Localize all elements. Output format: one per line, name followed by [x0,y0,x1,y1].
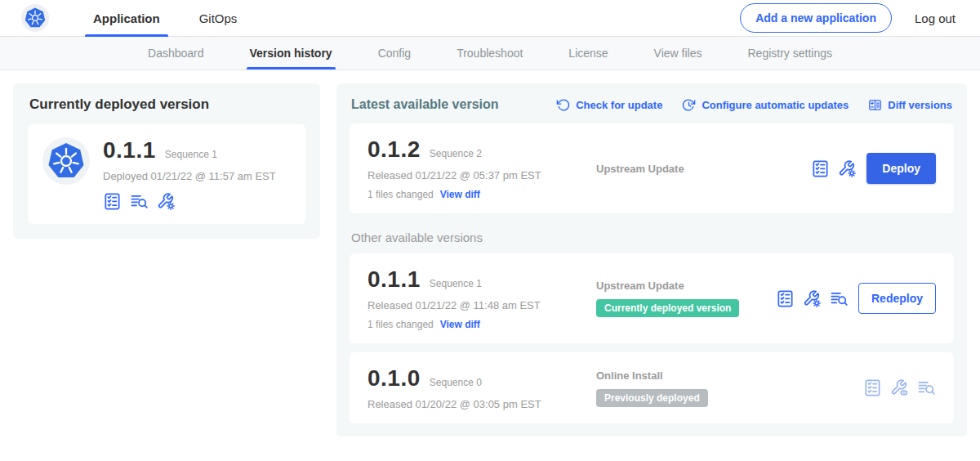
deployed-card-actions [103,192,276,211]
deploy-button[interactable]: Deploy [866,153,936,184]
source-label: Online Install [596,369,863,382]
row-actions [811,159,857,178]
currently-deployed-card: Currently deployed version 0.1.1 Sequenc… [13,83,320,239]
diff-versions-label: Diff versions [888,99,952,111]
panel-header: Latest available version Check for updat… [350,93,954,114]
deployed-timestamp: Deployed 01/21/22 @ 11:57 am EST [103,170,276,182]
version-row: 0.1.1 Sequence 1 Released 01/21/22 @ 11:… [350,253,954,343]
config-gear-icon[interactable] [803,289,822,308]
latest-version-list: 0.1.2 Sequence 2 Released 01/21/22 @ 05:… [350,123,954,213]
status-badge: Previously deployed [596,389,708,407]
redeploy-button[interactable]: Redeploy [858,283,936,314]
deployed-version-card: 0.1.1 Sequence 1 Deployed 01/21/22 @ 11:… [28,124,305,224]
sequence-label: Sequence 0 [430,377,482,388]
other-versions-title: Other available versions [351,230,952,244]
logs-icon[interactable] [917,378,936,397]
source-label: Upstream Update [596,163,811,175]
latest-version-panel: Latest available version Check for updat… [336,83,967,436]
logs-icon[interactable] [130,192,149,211]
header-tabs: ApplicationGitOps [74,0,256,37]
released-timestamp: Released 01/21/22 @ 11:48 am EST [368,299,596,311]
header-right: Add a new application Log out [740,3,956,33]
app-icon [42,137,90,185]
subnav-item-version-history[interactable]: Version history [250,37,332,69]
version-row: 0.1.0 Sequence 0 Released 01/20/22 @ 03:… [350,352,954,423]
config-eye-icon[interactable] [890,378,909,397]
preflight-icon[interactable] [811,159,830,178]
version-number: 0.1.1 [103,137,156,163]
main-content: Currently deployed version 0.1.1 Sequenc… [0,70,980,450]
config-gear-icon[interactable] [838,159,857,178]
subnav: DashboardVersion historyConfigTroublesho… [0,37,980,70]
version-number: 0.1.1 [368,266,421,293]
logs-icon[interactable] [830,289,849,308]
add-application-button[interactable]: Add a new application [740,3,892,33]
sequence-label: Sequence 1 [165,149,217,160]
kubernetes-logo-icon [21,4,49,32]
source-label: Upstream Update [596,280,776,292]
preflight-icon[interactable] [863,378,882,397]
row-actions [863,378,936,397]
subnav-item-view-files[interactable]: View files [654,37,702,69]
released-timestamp: Released 01/21/22 @ 05:37 pm EST [368,169,596,181]
tab-gitops[interactable]: GitOps [180,0,257,37]
sequence-label: Sequence 1 [430,278,482,289]
subnav-item-config[interactable]: Config [378,37,411,69]
status-badge: Currently deployed version [596,299,739,317]
view-diff-link[interactable]: View diff [440,319,480,330]
check-for-update-link[interactable]: Check for update [556,98,662,112]
check-for-update-label: Check for update [576,99,662,111]
files-changed-label: 1 files changed [368,189,434,200]
subnav-item-registry-settings[interactable]: Registry settings [748,37,832,69]
version-number: 0.1.0 [368,365,421,392]
deployed-card-title: Currently deployed version [29,96,305,113]
subnav-item-license[interactable]: License [568,37,608,69]
config-gear-icon[interactable] [157,192,176,211]
configure-updates-link[interactable]: Configure automatic updates [682,98,849,112]
schedule-icon [682,98,696,112]
subnav-item-troubleshoot[interactable]: Troubleshoot [457,37,523,69]
app-header: ApplicationGitOps Add a new application … [0,0,980,37]
diff-icon [868,98,882,112]
tab-application[interactable]: Application [74,0,180,37]
preflight-icon[interactable] [776,289,795,308]
sequence-label: Sequence 2 [430,148,482,159]
files-changed-label: 1 files changed [368,319,434,330]
view-diff-link[interactable]: View diff [440,189,480,200]
version-number: 0.1.2 [368,137,421,163]
refresh-icon [556,98,570,112]
subnav-item-dashboard[interactable]: Dashboard [148,37,204,69]
panel-title: Latest available version [351,97,499,112]
files-changed-line: 1 files changedView diff [368,189,596,200]
logout-button[interactable]: Log out [915,11,956,25]
released-timestamp: Released 01/20/22 @ 03:05 pm EST [368,398,596,410]
files-changed-line: 1 files changedView diff [368,319,596,330]
preflight-icon[interactable] [103,192,122,211]
panel-actions: Check for update Configure automatic upd… [556,98,952,112]
other-versions-list: 0.1.1 Sequence 1 Released 01/21/22 @ 11:… [350,253,954,423]
version-row: 0.1.2 Sequence 2 Released 01/21/22 @ 05:… [350,123,954,213]
diff-versions-link[interactable]: Diff versions [868,98,952,112]
row-actions [776,289,849,308]
configure-updates-label: Configure automatic updates [702,99,849,111]
